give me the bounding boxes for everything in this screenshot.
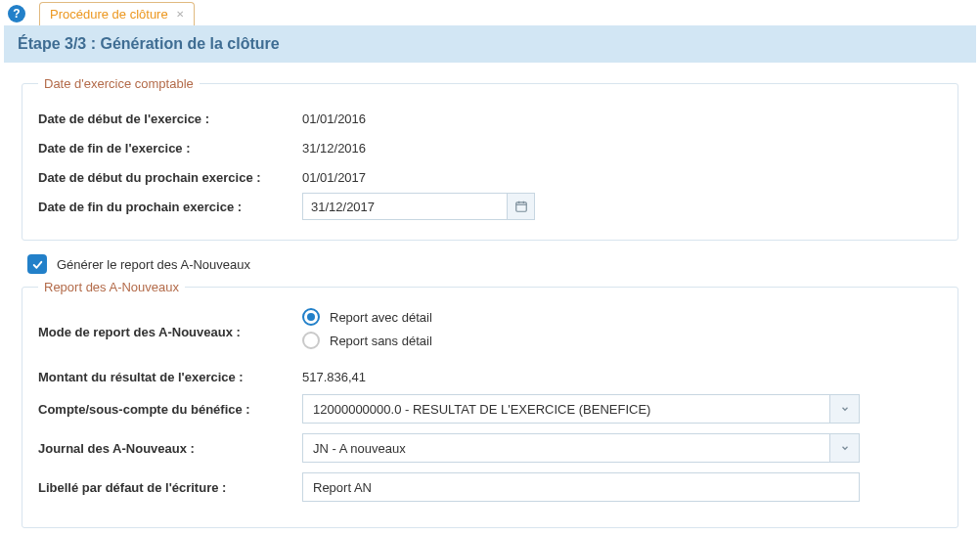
- tab-procedure-cloture[interactable]: Procédure de clôture ✕: [39, 2, 195, 25]
- account-label: Compte/sous-compte du bénéfice :: [38, 402, 302, 417]
- end-date-label: Date de fin de l'exercice :: [38, 141, 302, 156]
- amount-value: 517.836,41: [302, 370, 366, 384]
- amount-label: Montant du résultat de l'exercice :: [38, 370, 302, 384]
- tab-label: Procédure de clôture: [50, 7, 168, 22]
- next-end-date-label: Date de fin du prochain exercice :: [38, 200, 302, 214]
- radio-with-detail[interactable]: [302, 308, 320, 326]
- account-combo-input[interactable]: [302, 394, 830, 424]
- radio-without-detail-label: Report sans détail: [330, 334, 432, 348]
- radio-without-detail[interactable]: [302, 332, 320, 349]
- step-header: Étape 3/3 : Génération de la clôture: [4, 25, 976, 63]
- fiscal-dates-group: Date d'exercice comptable Date de début …: [22, 76, 958, 241]
- end-date-value: 31/12/2016: [302, 141, 366, 156]
- start-date-label: Date de début de l'exercice :: [38, 112, 302, 126]
- fiscal-dates-legend: Date d'exercice comptable: [38, 76, 200, 91]
- step-title: Étape 3/3 : Génération de la clôture: [18, 35, 962, 53]
- calendar-icon[interactable]: [508, 193, 535, 220]
- svg-rect-0: [515, 202, 526, 211]
- radio-with-detail-label: Report avec détail: [330, 310, 432, 325]
- libelle-input[interactable]: [302, 472, 860, 502]
- next-end-date-input[interactable]: [302, 193, 508, 220]
- chevron-down-icon[interactable]: [830, 433, 860, 463]
- next-start-date-label: Date de début du prochain exercice :: [38, 170, 302, 185]
- chevron-down-icon[interactable]: [830, 394, 860, 424]
- journal-label: Journal des A-Nouveaux :: [38, 441, 302, 456]
- report-group: Report des A-Nouveaux Mode de report des…: [22, 280, 958, 528]
- mode-label: Mode de report des A-Nouveaux :: [38, 325, 302, 339]
- generate-report-label: Générer le report des A-Nouveaux: [57, 257, 250, 272]
- help-icon[interactable]: ?: [8, 5, 25, 22]
- libelle-label: Libellé par défaut de l'écriture :: [38, 480, 302, 495]
- journal-combo-input[interactable]: [302, 433, 830, 463]
- start-date-value: 01/01/2016: [302, 112, 366, 126]
- report-legend: Report des A-Nouveaux: [38, 280, 185, 294]
- generate-report-checkbox[interactable]: [27, 254, 47, 274]
- next-start-date-value: 01/01/2017: [302, 170, 366, 185]
- close-icon[interactable]: ✕: [176, 9, 184, 20]
